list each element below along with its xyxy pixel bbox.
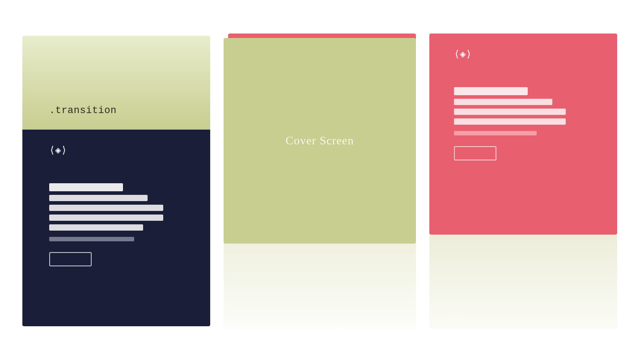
card-left-bottom: ⟨◈⟩ [22, 130, 210, 326]
card-left: .transition ⟨◈⟩ [22, 36, 210, 326]
line-3 [49, 205, 163, 211]
transition-label: .transition [49, 105, 117, 116]
line-5 [49, 224, 143, 231]
button-outline-right[interactable] [454, 146, 496, 160]
line-r-3 [454, 109, 566, 115]
scene: .transition ⟨◈⟩ Cover Screen [22, 34, 622, 328]
line-r-1 [454, 87, 528, 95]
card-right: ⟨◈⟩ [429, 34, 617, 235]
content-lines-left [49, 183, 183, 266]
button-outline-left[interactable] [49, 252, 92, 266]
card-right-wrapper: ⟨◈⟩ [429, 34, 622, 328]
content-lines-right [454, 87, 593, 160]
card-center-reflection [224, 239, 416, 328]
line-r-2 [454, 99, 552, 105]
line-6 [49, 237, 134, 241]
line-1 [49, 183, 123, 191]
card-center: Cover Screen [224, 38, 416, 244]
svg-text:⟨◈⟩: ⟨◈⟩ [49, 144, 67, 156]
svg-text:⟨◈⟩: ⟨◈⟩ [454, 48, 472, 59]
line-4 [49, 215, 163, 221]
line-r-5 [454, 131, 537, 135]
card-center-wrapper: Cover Screen [224, 34, 416, 328]
cover-screen-text: Cover Screen [286, 134, 354, 147]
line-r-4 [454, 118, 566, 125]
card-left-top: .transition [22, 36, 210, 130]
line-2 [49, 195, 148, 201]
logo-icon-right: ⟨◈⟩ [454, 47, 476, 60]
card-right-reflection [429, 235, 617, 328]
logo-icon-left: ⟨◈⟩ [49, 143, 72, 156]
